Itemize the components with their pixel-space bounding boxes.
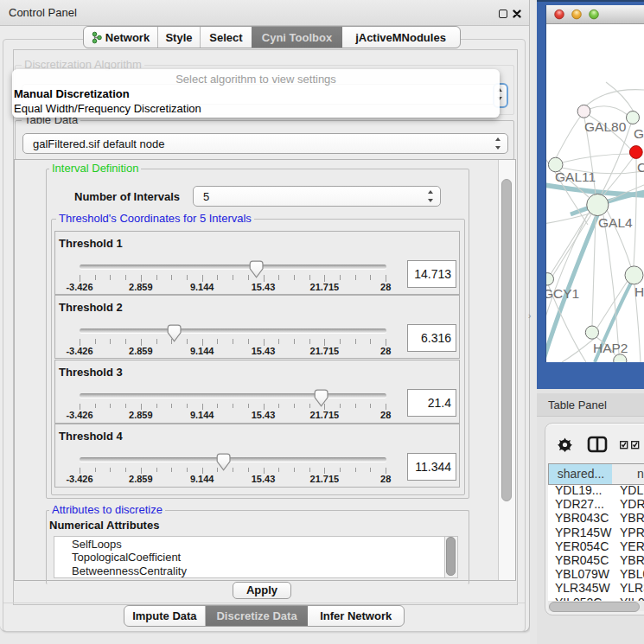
svg-text:GCY1: GCY1 — [543, 286, 579, 301]
svg-text:C: C — [637, 160, 644, 175]
svg-text:HAP2: HAP2 — [593, 341, 628, 355]
svg-text:GAL11: GAL11 — [555, 169, 596, 184]
svg-text:GAL: GAL — [634, 126, 644, 141]
svg-text:GAL4: GAL4 — [598, 215, 633, 230]
svg-text:H: H — [634, 284, 644, 299]
svg-text:GAL80: GAL80 — [584, 119, 627, 134]
